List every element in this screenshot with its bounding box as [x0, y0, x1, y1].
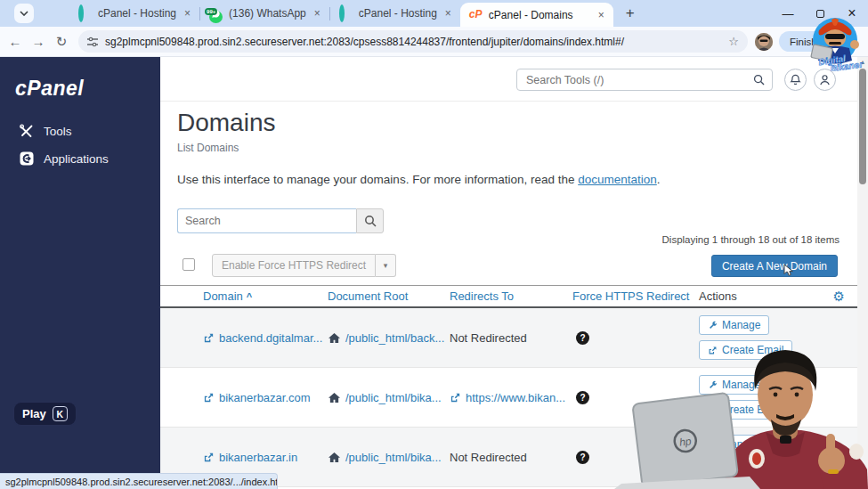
- forward-button[interactable]: →: [27, 34, 50, 49]
- account-button[interactable]: [814, 69, 836, 91]
- bell-icon: [790, 74, 801, 86]
- search-icon: [364, 215, 377, 227]
- tab-cpanel-hosting-1[interactable]: cPanel - Hosting ×: [69, 0, 199, 27]
- domain-search-input[interactable]: [177, 208, 356, 233]
- finish-update-button[interactable]: Finish...: [779, 31, 836, 52]
- column-header-document-root[interactable]: Document Root: [328, 289, 450, 303]
- tab-title: cPanel - Domains: [489, 9, 573, 21]
- help-icon[interactable]: ?: [576, 391, 589, 404]
- select-all-checkbox[interactable]: [183, 258, 195, 271]
- redirect-status: Not Redirected: [450, 331, 572, 345]
- external-link-icon: [708, 346, 718, 355]
- tools-search-box[interactable]: [516, 69, 773, 91]
- wrench-icon: [708, 440, 718, 450]
- scrollbar-thumb[interactable]: [859, 69, 866, 184]
- help-icon[interactable]: ?: [576, 331, 589, 345]
- tab-search-button[interactable]: [14, 4, 34, 23]
- window-close-button[interactable]: ×: [836, 0, 868, 27]
- tab-strip: cPanel - Hosting × 99+ (136) WhatsApp × …: [0, 0, 868, 27]
- tab-title: cPanel - Hosting: [98, 7, 176, 20]
- refresh-button[interactable]: ↻: [50, 34, 73, 50]
- document-root-link[interactable]: /public_html/bika...: [328, 451, 450, 464]
- documentation-link[interactable]: documentation: [578, 173, 657, 186]
- scroll-up-arrow[interactable]: ▲: [857, 59, 868, 65]
- column-header-force-https[interactable]: Force HTTPS Redirect: [572, 289, 699, 303]
- help-icon[interactable]: ?: [576, 451, 589, 464]
- document-root-link[interactable]: /public_html/bika...: [328, 391, 450, 404]
- tab-title: (136) WhatsApp: [229, 7, 306, 20]
- close-icon[interactable]: ×: [443, 7, 453, 20]
- profile-avatar[interactable]: [755, 33, 773, 51]
- close-icon[interactable]: ×: [596, 9, 606, 21]
- document-root-link[interactable]: /public_html/back...: [328, 331, 450, 345]
- browser-window: cPanel - Hosting × 99+ (136) WhatsApp × …: [0, 0, 868, 489]
- create-email-button[interactable]: Create Email: [699, 400, 792, 420]
- browser-toolbar: ← → ↻ sg2plmcpnl509848.prod.sin2.secures…: [0, 27, 868, 57]
- chevron-down-icon: [20, 11, 28, 16]
- minimize-button[interactable]: —: [772, 0, 804, 27]
- restore-icon: [816, 10, 824, 18]
- create-email-button[interactable]: Create Email: [699, 460, 792, 479]
- tools-search-input[interactable]: [524, 73, 753, 87]
- domain-search-button[interactable]: [356, 208, 384, 233]
- manage-button[interactable]: Manage: [699, 435, 769, 454]
- column-header-domain[interactable]: Domain^: [203, 289, 328, 303]
- page-subtitle: List Domains: [177, 142, 239, 154]
- row-actions: Manage Create Email: [699, 308, 857, 367]
- url-text[interactable]: sg2plmcpnl509848.prod.sin2.secureserver.…: [105, 36, 721, 48]
- row-actions: Manage Create Email: [699, 428, 857, 486]
- restore-button[interactable]: [804, 0, 836, 27]
- bookmark-star-icon[interactable]: ☆: [728, 35, 739, 48]
- tab-cpanel-domains-active[interactable]: cP cPanel - Domains ×: [460, 3, 613, 27]
- pagination-status: Displaying 1 through 18 out of 18 items: [662, 234, 840, 245]
- sidebar-item-tools[interactable]: Tools: [20, 124, 72, 138]
- sort-asc-icon: ^: [247, 291, 252, 302]
- domain-search-group: [177, 208, 384, 233]
- bulk-dropdown-toggle[interactable]: ▾: [376, 254, 396, 277]
- description-text: Use this interface to manage your domain…: [177, 173, 578, 186]
- sidebar-item-label: Applications: [44, 152, 109, 166]
- tune-icon: [87, 37, 98, 47]
- play-button[interactable]: Play K: [14, 403, 76, 425]
- wrench-icon: [708, 380, 718, 390]
- status-bar-url: sg2plmcpnl509848.prod.sin2.secureserver.…: [0, 473, 278, 489]
- page-scrollbar[interactable]: ▲: [857, 57, 868, 489]
- play-shortcut-key: K: [53, 406, 68, 421]
- column-header-redirects-to[interactable]: Redirects To: [450, 289, 572, 303]
- main-content: Domains List Domains Use this interface …: [160, 57, 857, 489]
- create-email-button[interactable]: Create Email: [699, 340, 792, 360]
- domain-link[interactable]: bikanerbazar.com: [203, 391, 328, 404]
- back-button[interactable]: ←: [4, 34, 27, 49]
- bulk-actions-row: Enable Force HTTPS Redirect ▾ Create A N…: [160, 254, 857, 281]
- cpanel-header: [160, 57, 857, 102]
- domain-link[interactable]: backend.dgitalmar...: [203, 331, 328, 345]
- close-icon[interactable]: ×: [312, 7, 322, 20]
- enable-force-https-button[interactable]: Enable Force HTTPS Redirect: [212, 254, 376, 277]
- domain-link[interactable]: bikanerbazar.in: [203, 451, 328, 464]
- whatsapp-icon: 99+: [209, 7, 223, 20]
- page-title: Domains: [177, 109, 275, 137]
- home-icon: [328, 332, 341, 344]
- wrench-icon: [708, 321, 718, 330]
- table-row: bikanerbazar.com /public_html/bika... ht…: [160, 368, 857, 428]
- table-settings-gear-icon[interactable]: ⚙: [833, 289, 845, 305]
- create-new-domain-button[interactable]: Create A New Domain: [711, 255, 838, 277]
- tab-cpanel-hosting-2[interactable]: cPanel - Hosting ×: [330, 0, 460, 27]
- external-link-icon: [708, 465, 718, 475]
- cpanel-favicon-icon: cP: [469, 8, 483, 21]
- manage-button[interactable]: Manage: [699, 315, 769, 335]
- external-link-icon: [203, 392, 215, 403]
- notifications-button[interactable]: [784, 69, 807, 91]
- redirect-link[interactable]: https://www.bikan...: [450, 391, 572, 404]
- sidebar-item-applications[interactable]: Applications: [20, 151, 109, 166]
- tab-whatsapp[interactable]: 99+ (136) WhatsApp ×: [200, 0, 329, 27]
- column-header-actions: Actions: [699, 289, 737, 303]
- new-tab-button[interactable]: +: [626, 4, 635, 22]
- godaddy-favicon-icon: [78, 7, 92, 20]
- close-icon[interactable]: ×: [183, 7, 192, 20]
- manage-button[interactable]: Manage: [699, 375, 769, 395]
- user-icon: [819, 74, 831, 86]
- address-bar[interactable]: sg2plmcpnl509848.prod.sin2.secureserver.…: [78, 30, 748, 53]
- tools-icon: [20, 124, 34, 138]
- cpanel-logo: cPanel: [15, 77, 84, 101]
